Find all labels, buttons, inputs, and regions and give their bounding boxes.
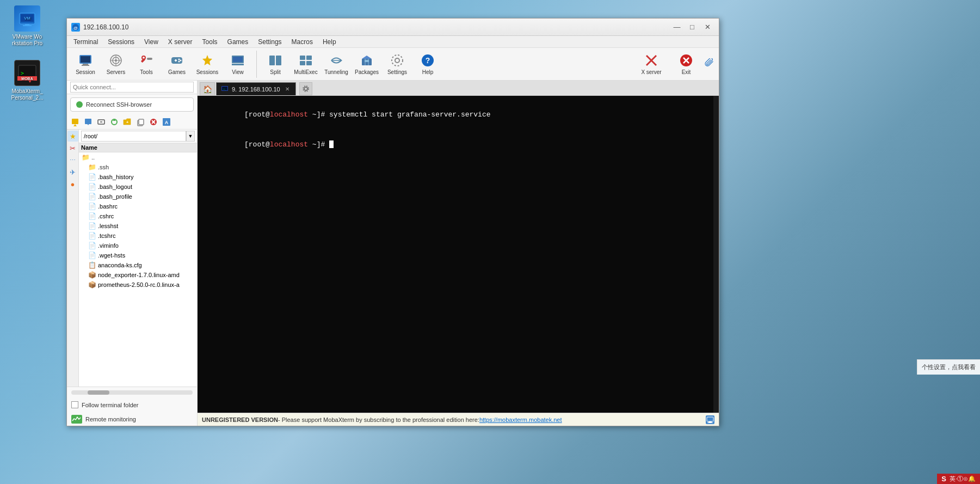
view-icon bbox=[230, 53, 245, 68]
games-icon bbox=[169, 53, 184, 68]
help-icon: ? bbox=[420, 53, 435, 68]
sidebar-nav-plane-button[interactable]: ✈ bbox=[67, 167, 78, 177]
file-item-bashrc[interactable]: 📄 .bashrc bbox=[79, 201, 197, 211]
sidebar-upload-button[interactable] bbox=[69, 116, 81, 128]
horizontal-scrollbar[interactable] bbox=[71, 390, 193, 395]
file-name-node-exporter: node_exporter-1.7.0.linux-amd bbox=[98, 272, 180, 278]
horizontal-scrollbar-area[interactable] bbox=[67, 387, 197, 397]
file-item-lesshst[interactable]: 📄 .lesshst bbox=[79, 221, 197, 231]
path-input[interactable] bbox=[81, 131, 186, 142]
svg-point-75 bbox=[304, 87, 307, 90]
toolbar-sessions-button[interactable]: Sessions bbox=[193, 51, 221, 77]
toolbar-settings-button[interactable]: Settings bbox=[383, 51, 411, 77]
sidebar-toolbar: + bbox=[67, 115, 197, 130]
vmware-desktop-icon[interactable]: VM VMware Wo rkstation Pro bbox=[5, 5, 49, 47]
svg-text:MOBA: MOBA bbox=[21, 77, 33, 81]
file-item-prometheus[interactable]: 📦 prometheus-2.50.0-rc.0.linux-a bbox=[79, 280, 197, 290]
remote-monitoring-row[interactable]: Remote monitoring bbox=[67, 413, 197, 426]
copy-icon bbox=[136, 118, 145, 126]
csdn-panel[interactable]: 个性设置，点我看看 bbox=[917, 359, 980, 375]
toolbar-view-button[interactable]: View bbox=[224, 51, 252, 77]
sidebar-rename-button[interactable] bbox=[95, 116, 107, 128]
toolbar-tunneling-button[interactable]: Tunneling bbox=[322, 51, 350, 77]
paperclip-area bbox=[705, 58, 714, 70]
file-item-bash-logout[interactable]: 📄 .bash_logout bbox=[79, 182, 197, 192]
file-item-anaconda[interactable]: 📋 anaconda-ks.cfg bbox=[79, 260, 197, 270]
sidebar-copy-button[interactable] bbox=[134, 116, 146, 128]
sidebar-text-button[interactable]: A bbox=[161, 116, 172, 128]
toolbar-xserver-button[interactable]: X server bbox=[635, 51, 668, 77]
toolbar-session-button[interactable]: Session bbox=[71, 51, 100, 77]
file-item-tcshrc[interactable]: 📄 .tcshrc bbox=[79, 231, 197, 241]
toolbar-packages-button[interactable]: Packages bbox=[353, 51, 381, 77]
menu-view[interactable]: View bbox=[140, 37, 163, 47]
svg-rect-66 bbox=[139, 119, 144, 125]
prompt-bracket-1: [root@ bbox=[244, 111, 270, 119]
toolbar-help-button[interactable]: ? Help bbox=[414, 51, 442, 77]
menu-sessions[interactable]: Sessions bbox=[103, 37, 139, 47]
tab-ssh-label: 9. 192.168.100.10 bbox=[232, 86, 280, 93]
sidebar-nav-mid-button[interactable]: ⋯ bbox=[67, 155, 78, 166]
reconnect-button[interactable]: Reconnect SSH-browser bbox=[70, 97, 194, 112]
svg-text:A: A bbox=[165, 120, 169, 125]
reconnect-status-dot bbox=[76, 101, 83, 108]
tab-settings-button[interactable] bbox=[299, 82, 312, 95]
download-icon bbox=[84, 118, 93, 126]
csdn-text: 个性设置，点我看看 bbox=[922, 364, 976, 370]
file-item-bash-history[interactable]: 📄 .bash_history bbox=[79, 172, 197, 182]
toolbar-exit-button[interactable]: Exit bbox=[672, 51, 700, 77]
statusbar-icon bbox=[706, 415, 714, 424]
file-item-cshrc[interactable]: 📄 .cshrc bbox=[79, 211, 197, 221]
window-controls: — □ ✕ bbox=[670, 22, 714, 33]
file-item-viminfo[interactable]: 📄 .viminfo bbox=[79, 241, 197, 250]
minimize-button[interactable]: — bbox=[670, 22, 684, 33]
menu-games[interactable]: Games bbox=[223, 37, 253, 47]
toolbar-servers-button[interactable]: Servers bbox=[102, 51, 130, 77]
terminal-scrollbar[interactable] bbox=[713, 96, 719, 413]
sidebar-download-button[interactable] bbox=[82, 116, 94, 128]
svg-rect-38 bbox=[300, 61, 305, 65]
tab-close-button[interactable]: ✕ bbox=[283, 85, 291, 93]
menu-terminal[interactable]: Terminal bbox=[69, 37, 102, 47]
reconnect-label: Reconnect SSH-browser bbox=[86, 101, 152, 108]
close-button[interactable]: ✕ bbox=[700, 22, 714, 33]
menu-xserver[interactable]: X server bbox=[164, 37, 197, 47]
svg-rect-37 bbox=[306, 56, 312, 60]
maximize-button[interactable]: □ bbox=[685, 22, 699, 33]
sidebar-nav-star-button[interactable]: ★ bbox=[67, 131, 78, 142]
sidebar-refresh-button[interactable] bbox=[108, 116, 120, 128]
file-item-dotdot[interactable]: 📁 .. bbox=[79, 152, 197, 162]
path-dropdown-button[interactable]: ▼ bbox=[186, 131, 195, 142]
follow-folder-checkbox[interactable] bbox=[71, 401, 78, 408]
file-item-bash-profile[interactable]: 📄 .bash_profile bbox=[79, 192, 197, 201]
sidebar-delete-button[interactable] bbox=[147, 116, 159, 128]
menu-settings[interactable]: Settings bbox=[254, 37, 286, 47]
terminal-area[interactable]: [root@localhost ~]# systemctl start graf… bbox=[198, 96, 719, 413]
tab-home-button[interactable]: 🏠 bbox=[200, 82, 215, 95]
menu-macros[interactable]: Macros bbox=[287, 37, 317, 47]
menu-tools[interactable]: Tools bbox=[198, 37, 222, 47]
prompt-bracket-2: [root@ bbox=[244, 140, 270, 149]
statusbar-link[interactable]: https://mobaxterm.mobatek.net bbox=[479, 416, 562, 423]
file-item-wget-hsts[interactable]: 📄 .wget-hsts bbox=[79, 250, 197, 260]
menu-help[interactable]: Help bbox=[318, 37, 341, 47]
sidebar-nav-knife-button[interactable]: ✂ bbox=[67, 143, 78, 154]
mobaxterm-desktop-icon[interactable]: >_ MOBA MobaXterm_Personal_2... bbox=[5, 60, 49, 101]
svg-rect-78 bbox=[708, 421, 712, 422]
toolbar-tools-button[interactable]: Tools bbox=[132, 51, 161, 77]
file-item-ssh[interactable]: 📁 .ssh bbox=[79, 162, 197, 172]
file-tree[interactable]: 📁 .. 📁 .ssh 📄 .bash_history 📄 bbox=[79, 152, 197, 387]
toolbar-games-button[interactable]: Games bbox=[163, 51, 191, 77]
toolbar-sessions-label: Sessions bbox=[196, 69, 219, 75]
svg-rect-56 bbox=[72, 119, 78, 124]
quick-connect-input[interactable] bbox=[70, 82, 194, 93]
tunneling-icon bbox=[329, 53, 344, 68]
file-item-node-exporter[interactable]: 📦 node_exporter-1.7.0.linux-amd bbox=[79, 270, 197, 280]
tab-ssh-192[interactable]: >_ 9. 192.168.100.10 ✕ bbox=[216, 82, 296, 95]
toolbar-view-label: View bbox=[232, 69, 244, 75]
toolbar-multiexec-button[interactable]: MultiExec bbox=[292, 51, 320, 77]
follow-terminal-folder-row[interactable]: Follow terminal folder bbox=[67, 397, 197, 413]
toolbar-split-button[interactable]: Split bbox=[261, 51, 289, 77]
sidebar-nav-ball-button[interactable]: ● bbox=[67, 179, 78, 189]
sidebar-newfolder-button[interactable]: + bbox=[121, 116, 133, 128]
